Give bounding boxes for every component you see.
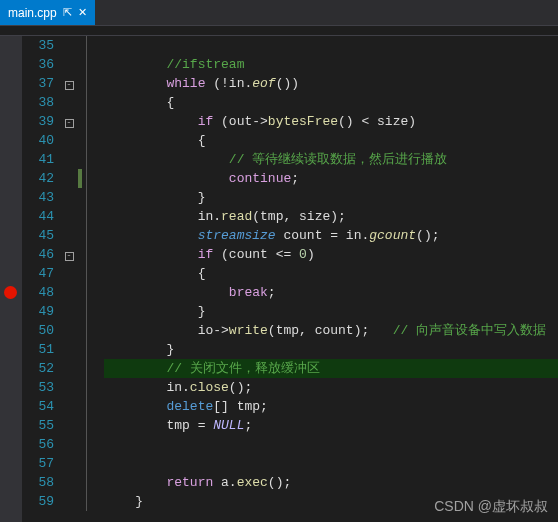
fold-cell[interactable] (60, 150, 78, 169)
token-cm: //ifstream (166, 57, 244, 72)
code-line[interactable] (104, 36, 558, 55)
line-number: 53 (22, 378, 54, 397)
glyph-cell[interactable] (0, 340, 22, 359)
breakpoint-icon[interactable] (4, 286, 17, 299)
token-p: (tmp, size); (252, 209, 346, 224)
glyph-cell[interactable] (0, 55, 22, 74)
code-line[interactable]: while (!in.eof()) (104, 74, 558, 93)
code-line[interactable]: } (104, 188, 558, 207)
code-line[interactable]: return a.exec(); (104, 473, 558, 492)
token-flow: return (166, 475, 213, 490)
fold-cell[interactable]: - (60, 245, 78, 264)
code-line[interactable]: io->write(tmp, count); // 向声音设备中写入数据 (104, 321, 558, 340)
code-line[interactable]: tmp = NULL; (104, 416, 558, 435)
glyph-cell[interactable] (0, 473, 22, 492)
code-line[interactable]: continue; (104, 169, 558, 188)
fold-cell[interactable] (60, 264, 78, 283)
fold-cell[interactable] (60, 302, 78, 321)
code-area[interactable]: //ifstream while (!in.eof()) { if (out->… (100, 36, 558, 522)
fold-cell[interactable] (60, 283, 78, 302)
code-line[interactable]: { (104, 93, 558, 112)
glyph-cell[interactable] (0, 435, 22, 454)
glyph-cell[interactable] (0, 131, 22, 150)
glyph-cell[interactable] (0, 112, 22, 131)
glyph-cell[interactable] (0, 169, 22, 188)
pin-icon[interactable]: ⇱ (63, 6, 72, 19)
glyph-cell[interactable] (0, 264, 22, 283)
fold-cell[interactable]: - (60, 74, 78, 93)
code-line[interactable]: in.read(tmp, size); (104, 207, 558, 226)
token-mac: NULL (213, 418, 244, 433)
fold-cell[interactable] (60, 378, 78, 397)
glyph-cell[interactable] (0, 454, 22, 473)
fold-cell[interactable] (60, 397, 78, 416)
token-p: } (198, 190, 206, 205)
code-line[interactable]: if (count <= 0) (104, 245, 558, 264)
code-line[interactable]: break; (104, 283, 558, 302)
code-line[interactable]: { (104, 131, 558, 150)
fold-cell[interactable] (60, 131, 78, 150)
glyph-cell[interactable] (0, 150, 22, 169)
glyph-cell[interactable] (0, 226, 22, 245)
code-line[interactable]: delete[] tmp; (104, 397, 558, 416)
glyph-cell[interactable] (0, 492, 22, 511)
fold-cell[interactable] (60, 359, 78, 378)
token-fn: close (190, 380, 229, 395)
code-line[interactable]: //ifstream (104, 55, 558, 74)
toolbar-divider (0, 26, 558, 36)
code-line[interactable] (104, 435, 558, 454)
glyph-cell[interactable] (0, 378, 22, 397)
code-line[interactable]: } (104, 302, 558, 321)
code-line[interactable] (104, 454, 558, 473)
fold-cell[interactable] (60, 207, 78, 226)
code-line[interactable]: if (out->bytesFree() < size) (104, 112, 558, 131)
fold-cell[interactable] (60, 226, 78, 245)
glyph-margin[interactable] (0, 36, 22, 522)
glyph-cell[interactable] (0, 207, 22, 226)
fold-cell[interactable] (60, 321, 78, 340)
fold-cell[interactable] (60, 188, 78, 207)
code-line[interactable]: { (104, 264, 558, 283)
token-p: (); (416, 228, 439, 243)
code-line[interactable]: } (104, 340, 558, 359)
glyph-cell[interactable] (0, 36, 22, 55)
glyph-cell[interactable] (0, 359, 22, 378)
code-line[interactable]: in.close(); (104, 378, 558, 397)
fold-toggle-icon[interactable]: - (65, 252, 74, 261)
code-line[interactable]: // 关闭文件，释放缓冲区 (104, 359, 558, 378)
fold-cell[interactable] (60, 55, 78, 74)
fold-cell[interactable] (60, 36, 78, 55)
guide-cell (78, 112, 100, 131)
watermark: CSDN @虚坏叔叔 (434, 498, 548, 516)
fold-cell[interactable]: - (60, 112, 78, 131)
code-editor[interactable]: 3536373839404142434445464748495051525354… (0, 36, 558, 522)
fold-cell[interactable] (60, 435, 78, 454)
glyph-cell[interactable] (0, 416, 22, 435)
fold-cell[interactable] (60, 169, 78, 188)
code-line[interactable]: streamsize count = in.gcount(); (104, 226, 558, 245)
glyph-cell[interactable] (0, 188, 22, 207)
line-number: 37 (22, 74, 54, 93)
fold-cell[interactable] (60, 416, 78, 435)
glyph-cell[interactable] (0, 302, 22, 321)
glyph-cell[interactable] (0, 283, 22, 302)
glyph-cell[interactable] (0, 93, 22, 112)
fold-toggle-icon[interactable]: - (65, 81, 74, 90)
close-icon[interactable]: ✕ (78, 6, 87, 19)
glyph-cell[interactable] (0, 74, 22, 93)
fold-column[interactable]: --- (60, 36, 78, 522)
fold-cell[interactable] (60, 454, 78, 473)
guide-cell (78, 473, 100, 492)
token-fn-i: gcount (369, 228, 416, 243)
glyph-cell[interactable] (0, 245, 22, 264)
file-tab[interactable]: main.cpp ⇱ ✕ (0, 0, 95, 25)
fold-cell[interactable] (60, 93, 78, 112)
fold-cell[interactable] (60, 492, 78, 511)
fold-cell[interactable] (60, 473, 78, 492)
fold-cell[interactable] (60, 340, 78, 359)
glyph-cell[interactable] (0, 321, 22, 340)
token-id: tmp = (166, 418, 213, 433)
glyph-cell[interactable] (0, 397, 22, 416)
code-line[interactable]: // 等待继续读取数据，然后进行播放 (104, 150, 558, 169)
fold-toggle-icon[interactable]: - (65, 119, 74, 128)
